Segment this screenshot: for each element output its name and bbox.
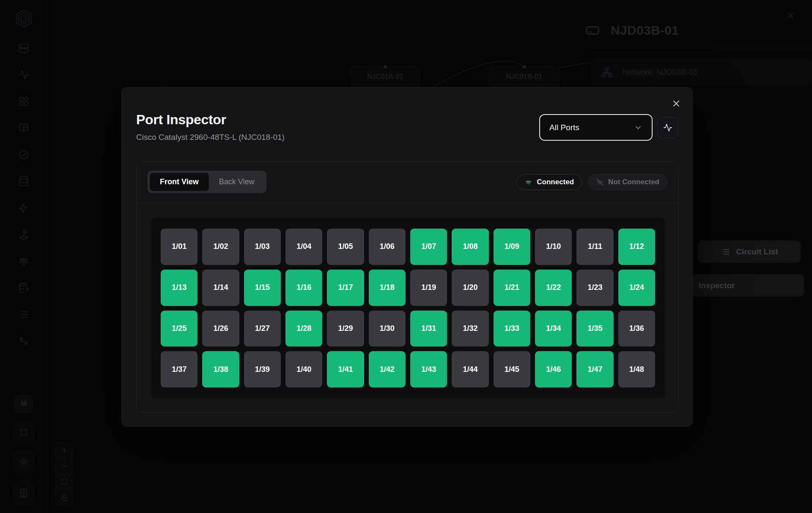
port-grid: 1/011/021/031/041/051/061/071/081/091/10… — [151, 218, 665, 398]
port-tile[interactable]: 1/46 — [535, 351, 572, 387]
port-tile[interactable]: 1/39 — [244, 351, 281, 387]
port-tile[interactable]: 1/28 — [285, 311, 322, 347]
port-tile[interactable]: 1/40 — [285, 351, 322, 387]
legend-connected-label: Connected — [537, 178, 574, 186]
wifi-icon — [524, 178, 532, 186]
port-tile[interactable]: 1/43 — [410, 351, 447, 387]
port-view-panel: Front View Back View Connected No — [136, 161, 679, 413]
activity-icon — [663, 123, 672, 132]
port-tile[interactable]: 1/33 — [494, 311, 530, 347]
port-tile[interactable]: 1/23 — [576, 270, 613, 306]
port-tile[interactable]: 1/27 — [244, 311, 281, 347]
port-tile[interactable]: 1/20 — [452, 270, 488, 306]
port-tile[interactable]: 1/14 — [202, 270, 239, 306]
port-tile[interactable]: 1/48 — [618, 351, 655, 387]
port-tile[interactable]: 1/01 — [161, 229, 198, 265]
port-tile[interactable]: 1/10 — [535, 229, 572, 265]
port-tile[interactable]: 1/06 — [369, 229, 406, 265]
port-tile[interactable]: 1/37 — [161, 351, 198, 387]
port-tile[interactable]: 1/16 — [285, 270, 322, 306]
port-tile[interactable]: 1/07 — [410, 229, 447, 265]
modal-title: Port Inspector — [136, 112, 285, 128]
port-tile[interactable]: 1/38 — [202, 351, 239, 387]
wifi-off-icon — [596, 178, 604, 186]
port-tile[interactable]: 1/34 — [535, 311, 572, 347]
port-tile[interactable]: 1/41 — [327, 351, 364, 387]
port-tile[interactable]: 1/35 — [576, 311, 613, 347]
tab-back-view[interactable]: Back View — [209, 173, 265, 191]
port-tile[interactable]: 1/24 — [618, 270, 655, 306]
view-tabs: Front View Back View — [148, 171, 266, 193]
port-inspector-modal: Port Inspector Cisco Catalyst 2960-48TS-… — [121, 87, 693, 427]
port-tile[interactable]: 1/30 — [369, 311, 406, 347]
port-tile[interactable]: 1/11 — [576, 229, 613, 265]
port-tile[interactable]: 1/15 — [244, 270, 281, 306]
port-tile[interactable]: 1/17 — [327, 270, 364, 306]
legend-connected: Connected — [516, 174, 582, 190]
tab-front-view[interactable]: Front View — [150, 173, 209, 191]
port-tile[interactable]: 1/32 — [452, 311, 488, 347]
chevron-down-icon — [634, 123, 642, 132]
port-filter-select[interactable]: All Ports — [539, 114, 653, 141]
port-tile[interactable]: 1/47 — [576, 351, 613, 387]
port-tile[interactable]: 1/02 — [202, 229, 239, 265]
port-tile[interactable]: 1/25 — [161, 311, 198, 347]
legend-not-connected: Not Connected — [588, 174, 667, 190]
port-tile[interactable]: 1/05 — [327, 229, 364, 265]
port-tile[interactable]: 1/13 — [161, 270, 198, 306]
port-tile[interactable]: 1/45 — [494, 351, 530, 387]
port-tile[interactable]: 1/08 — [452, 229, 488, 265]
port-tile[interactable]: 1/21 — [494, 270, 530, 306]
port-tile[interactable]: 1/03 — [244, 229, 281, 265]
port-tile[interactable]: 1/31 — [410, 311, 447, 347]
port-activity-button[interactable] — [657, 117, 678, 138]
port-tile[interactable]: 1/22 — [535, 270, 572, 306]
port-tile[interactable]: 1/04 — [285, 229, 322, 265]
legend-not-connected-label: Not Connected — [608, 178, 659, 186]
port-filter-value: All Ports — [549, 123, 579, 132]
port-tile[interactable]: 1/29 — [327, 311, 364, 347]
port-tile[interactable]: 1/12 — [618, 229, 655, 265]
port-tile[interactable]: 1/36 — [618, 311, 655, 347]
port-view-header: Front View Back View Connected No — [137, 161, 678, 203]
legend: Connected Not Connected — [516, 174, 667, 190]
modal-subtitle: Cisco Catalyst 2960-48TS-L (NJC018-01) — [136, 133, 285, 142]
port-tile[interactable]: 1/19 — [410, 270, 447, 306]
port-tile[interactable]: 1/18 — [369, 270, 406, 306]
app: NJC01A-01 NJC01B-01 NJD03B-01 Network: N… — [0, 0, 812, 513]
modal-close-icon[interactable] — [671, 98, 681, 109]
modal-header: Port Inspector Cisco Catalyst 2960-48TS-… — [136, 112, 285, 142]
port-tile[interactable]: 1/26 — [202, 311, 239, 347]
port-tile[interactable]: 1/42 — [369, 351, 406, 387]
port-tile[interactable]: 1/44 — [452, 351, 488, 387]
port-tile[interactable]: 1/09 — [494, 229, 530, 265]
